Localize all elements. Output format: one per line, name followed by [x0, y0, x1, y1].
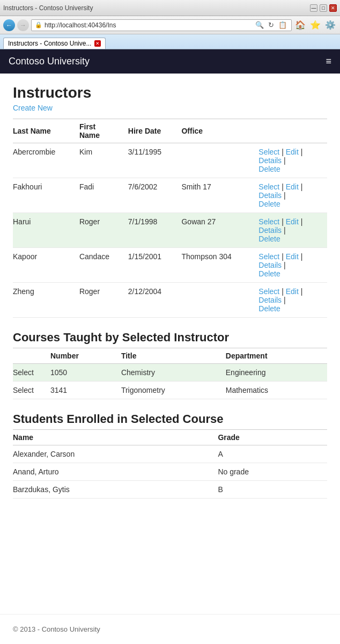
student-name: Alexander, Carson — [13, 445, 218, 463]
instructor-last-name: Kapoor — [13, 248, 79, 283]
table-row: Harui Roger 7/1/1998 Gowan 27 Select | E… — [13, 213, 327, 248]
col-office: Office — [181, 119, 258, 143]
compat-icon[interactable]: 📋 — [277, 20, 288, 30]
details-link[interactable]: Details — [258, 226, 282, 235]
tab-close-button[interactable]: ✕ — [94, 40, 101, 47]
footer: © 2013 - Contoso University — [0, 614, 340, 644]
instructor-first-name: Roger — [79, 283, 128, 318]
delete-link[interactable]: Delete — [258, 165, 280, 173]
window-title: Instructors - Contoso University — [3, 4, 308, 12]
instructor-actions: Select | Edit | Details | Delete — [258, 283, 327, 318]
instructor-last-name: Fakhouri — [13, 178, 79, 213]
select-link[interactable]: Select — [258, 287, 279, 296]
nav-bar: ← → 🔒 🔍 ↻ 📋 🏠 ⭐ ⚙️ — [0, 16, 340, 34]
courses-col-number: Number — [50, 348, 121, 364]
instructor-office — [181, 283, 258, 318]
students-table: Name Grade Alexander, Carson A Anand, Ar… — [13, 429, 327, 499]
table-row: Abercrombie Kim 3/11/1995 Select | Edit … — [13, 143, 327, 178]
home-icon[interactable]: 🏠 — [294, 19, 307, 31]
delete-link[interactable]: Delete — [258, 200, 280, 208]
courses-heading: Courses Taught by Selected Instructor — [13, 331, 327, 345]
col-hire-date: Hire Date — [128, 119, 182, 143]
student-row: Barzdukas, Gytis B — [13, 481, 327, 499]
menu-button[interactable]: ≡ — [326, 56, 331, 67]
students-col-name: Name — [13, 430, 218, 445]
address-bar: 🔒 🔍 ↻ 📋 — [31, 19, 292, 31]
student-grade: A — [218, 445, 327, 463]
url-input[interactable] — [45, 21, 252, 29]
courses-col-select — [13, 348, 50, 364]
course-select-link[interactable]: Select — [13, 386, 34, 394]
course-title: Trigonometry — [121, 382, 226, 399]
favorites-icon[interactable]: ⭐ — [309, 19, 322, 31]
course-row: Select 1050 Chemistry Engineering — [13, 364, 327, 382]
instructor-actions: Select | Edit | Details | Delete — [258, 178, 327, 213]
close-button[interactable]: ✕ — [329, 4, 337, 12]
table-row: Kapoor Candace 1/15/2001 Thompson 304 Se… — [13, 248, 327, 283]
edit-link[interactable]: Edit — [286, 287, 299, 296]
select-link[interactable]: Select — [258, 252, 279, 261]
instructor-first-name: Kim — [79, 143, 128, 178]
col-actions — [258, 119, 327, 143]
delete-link[interactable]: Delete — [258, 235, 280, 243]
students-heading: Students Enrolled in Selected Course — [13, 412, 327, 426]
select-link[interactable]: Select — [258, 182, 279, 191]
instructor-hire-date: 2/12/2004 — [128, 283, 182, 318]
edit-link[interactable]: Edit — [286, 252, 299, 261]
settings-icon[interactable]: ⚙️ — [324, 19, 337, 31]
edit-link[interactable]: Edit — [286, 182, 299, 191]
instructor-office: Gowan 27 — [181, 213, 258, 248]
details-link[interactable]: Details — [258, 156, 282, 165]
forward-button[interactable]: → — [17, 19, 29, 31]
app-title: Contoso University — [9, 56, 90, 67]
instructor-actions: Select | Edit | Details | Delete — [258, 213, 327, 248]
minimize-button[interactable]: — — [310, 4, 317, 12]
edit-link[interactable]: Edit — [286, 148, 299, 156]
instructor-first-name: Candace — [79, 248, 128, 283]
tab-bar: Instructors - Contoso Unive... ✕ — [0, 34, 340, 49]
col-first-name: FirstName — [79, 119, 128, 143]
maximize-button[interactable]: □ — [320, 4, 327, 12]
delete-link[interactable]: Delete — [258, 304, 280, 313]
back-button[interactable]: ← — [3, 19, 15, 31]
instructor-office: Thompson 304 — [181, 248, 258, 283]
footer-text: © 2013 - Contoso University — [13, 625, 100, 633]
course-row: Select 3141 Trigonometry Mathematics — [13, 382, 327, 399]
instructor-last-name: Abercrombie — [13, 143, 79, 178]
col-last-name: Last Name — [13, 119, 79, 143]
instructor-actions: Select | Edit | Details | Delete — [258, 248, 327, 283]
instructor-office: Smith 17 — [181, 178, 258, 213]
course-select-cell: Select — [13, 382, 50, 399]
nav-toolbar: 🔍 ↻ 📋 — [254, 20, 288, 30]
course-number: 1050 — [50, 364, 121, 382]
instructor-last-name: Harui — [13, 213, 79, 248]
course-select-link[interactable]: Select — [13, 368, 34, 377]
student-grade: No grade — [218, 463, 327, 481]
search-icon[interactable]: 🔍 — [254, 20, 265, 30]
delete-link[interactable]: Delete — [258, 269, 280, 278]
student-row: Anand, Arturo No grade — [13, 463, 327, 481]
course-department: Engineering — [226, 364, 327, 382]
select-link[interactable]: Select — [258, 217, 279, 226]
details-link[interactable]: Details — [258, 191, 282, 200]
app-header: Contoso University ≡ — [0, 49, 340, 74]
details-link[interactable]: Details — [258, 296, 282, 304]
edit-link[interactable]: Edit — [286, 217, 299, 226]
lock-icon: 🔒 — [35, 21, 42, 28]
instructor-first-name: Roger — [79, 213, 128, 248]
create-new-link[interactable]: Create New — [13, 104, 327, 112]
instructor-hire-date: 1/15/2001 — [128, 248, 182, 283]
instructor-hire-date: 7/6/2002 — [128, 178, 182, 213]
title-bar: Instructors - Contoso University — □ ✕ — [0, 0, 340, 16]
course-department: Mathematics — [226, 382, 327, 399]
course-select-cell: Select — [13, 364, 50, 382]
details-link[interactable]: Details — [258, 261, 282, 269]
course-title: Chemistry — [121, 364, 226, 382]
student-grade: B — [218, 481, 327, 499]
select-link[interactable]: Select — [258, 148, 279, 156]
student-row: Alexander, Carson A — [13, 445, 327, 463]
refresh-icon[interactable]: ↻ — [267, 20, 275, 30]
active-tab[interactable]: Instructors - Contoso Unive... ✕ — [3, 38, 106, 49]
table-row: Zheng Roger 2/12/2004 Select | Edit | De… — [13, 283, 327, 318]
courses-table: Number Title Department Select 1050 Chem… — [13, 348, 327, 399]
